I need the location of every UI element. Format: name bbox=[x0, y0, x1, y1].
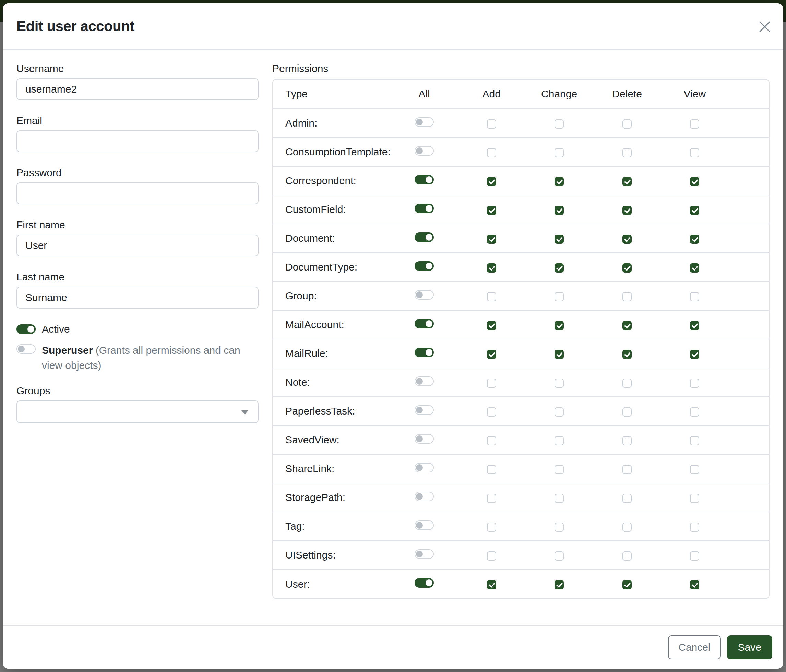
permission-view-checkbox[interactable] bbox=[690, 263, 699, 273]
permission-delete-checkbox[interactable] bbox=[623, 580, 632, 589]
permission-delete-checkbox[interactable] bbox=[623, 350, 632, 359]
permission-all-toggle[interactable] bbox=[415, 549, 434, 559]
permission-change-checkbox[interactable] bbox=[555, 206, 564, 215]
permission-change-checkbox[interactable] bbox=[555, 292, 564, 301]
permission-all-toggle[interactable] bbox=[415, 261, 434, 271]
permission-view-checkbox[interactable] bbox=[690, 378, 699, 388]
permission-add-checkbox[interactable] bbox=[487, 234, 496, 244]
save-button[interactable]: Save bbox=[727, 635, 772, 659]
permission-all-toggle[interactable] bbox=[415, 578, 434, 588]
permission-add-checkbox[interactable] bbox=[487, 551, 496, 561]
permission-delete-checkbox[interactable] bbox=[623, 551, 632, 561]
superuser-toggle[interactable] bbox=[16, 344, 36, 354]
permission-delete-checkbox[interactable] bbox=[623, 234, 632, 244]
permission-delete-checkbox[interactable] bbox=[623, 436, 632, 445]
permission-change-checkbox[interactable] bbox=[555, 436, 564, 445]
permission-delete-checkbox[interactable] bbox=[623, 494, 632, 503]
permission-add-checkbox[interactable] bbox=[487, 321, 496, 330]
permission-change-checkbox[interactable] bbox=[555, 551, 564, 561]
permission-add-checkbox[interactable] bbox=[487, 523, 496, 532]
permission-all-toggle[interactable] bbox=[415, 290, 434, 300]
permission-change-checkbox[interactable] bbox=[555, 378, 564, 388]
permission-delete-checkbox[interactable] bbox=[623, 523, 632, 532]
permission-type-label: MailAccount: bbox=[273, 310, 391, 339]
permission-add-checkbox[interactable] bbox=[487, 465, 496, 474]
permission-view-checkbox[interactable] bbox=[690, 119, 699, 129]
permission-add-checkbox[interactable] bbox=[487, 350, 496, 359]
permission-change-checkbox[interactable] bbox=[555, 148, 564, 157]
groups-select[interactable] bbox=[16, 400, 259, 423]
permission-delete-checkbox[interactable] bbox=[623, 407, 632, 416]
permission-all-toggle[interactable] bbox=[415, 434, 434, 444]
permission-delete-checkbox[interactable] bbox=[623, 263, 632, 273]
permission-all-toggle[interactable] bbox=[415, 175, 434, 184]
permission-add-checkbox[interactable] bbox=[487, 148, 496, 157]
password-input[interactable] bbox=[16, 182, 259, 204]
permission-all-toggle[interactable] bbox=[415, 405, 434, 415]
permission-add-checkbox[interactable] bbox=[487, 378, 496, 388]
permission-change-checkbox[interactable] bbox=[555, 263, 564, 273]
permission-add-checkbox[interactable] bbox=[487, 494, 496, 503]
permission-add-checkbox[interactable] bbox=[487, 292, 496, 301]
permission-all-toggle[interactable] bbox=[415, 146, 434, 155]
permission-delete-checkbox[interactable] bbox=[623, 119, 632, 129]
permission-view-checkbox[interactable] bbox=[690, 494, 699, 503]
permission-view-checkbox[interactable] bbox=[690, 407, 699, 416]
permission-all-toggle[interactable] bbox=[415, 232, 434, 242]
permission-view-checkbox[interactable] bbox=[690, 436, 699, 445]
first-name-input[interactable] bbox=[16, 234, 259, 256]
permission-add-checkbox[interactable] bbox=[487, 206, 496, 215]
permission-change-checkbox[interactable] bbox=[555, 465, 564, 474]
permission-change-checkbox[interactable] bbox=[555, 321, 564, 330]
permission-add-checkbox[interactable] bbox=[487, 177, 496, 186]
permission-view-checkbox[interactable] bbox=[690, 465, 699, 474]
permission-view-checkbox[interactable] bbox=[690, 234, 699, 244]
permission-delete-checkbox[interactable] bbox=[623, 321, 632, 330]
permission-change-checkbox[interactable] bbox=[555, 580, 564, 589]
permission-view-checkbox[interactable] bbox=[690, 321, 699, 330]
permission-change-checkbox[interactable] bbox=[555, 177, 564, 186]
permission-view-checkbox[interactable] bbox=[690, 350, 699, 359]
permission-delete-checkbox[interactable] bbox=[623, 177, 632, 186]
permission-view-checkbox[interactable] bbox=[690, 523, 699, 532]
email-input[interactable] bbox=[16, 130, 259, 152]
permission-add-checkbox[interactable] bbox=[487, 263, 496, 273]
permission-all-toggle[interactable] bbox=[415, 377, 434, 386]
permission-add-checkbox[interactable] bbox=[487, 436, 496, 445]
permission-view-checkbox[interactable] bbox=[690, 551, 699, 561]
permission-add-checkbox[interactable] bbox=[487, 407, 496, 416]
permission-change-checkbox[interactable] bbox=[555, 523, 564, 532]
active-toggle[interactable] bbox=[16, 324, 36, 334]
permission-all-toggle[interactable] bbox=[415, 463, 434, 473]
permission-delete-checkbox[interactable] bbox=[623, 206, 632, 215]
permission-all-toggle[interactable] bbox=[415, 491, 434, 501]
permission-all-toggle[interactable] bbox=[415, 319, 434, 328]
permission-change-checkbox[interactable] bbox=[555, 494, 564, 503]
permission-view-checkbox[interactable] bbox=[690, 206, 699, 215]
permission-view-checkbox[interactable] bbox=[690, 148, 699, 157]
permission-delete-checkbox[interactable] bbox=[623, 292, 632, 301]
permission-delete-checkbox[interactable] bbox=[623, 465, 632, 474]
permissions-column-header: Add bbox=[458, 80, 525, 109]
permission-change-checkbox[interactable] bbox=[555, 119, 564, 129]
permission-all-toggle[interactable] bbox=[415, 117, 434, 127]
user-form-column: Username Email Password First name Last … bbox=[16, 63, 259, 625]
permission-delete-checkbox[interactable] bbox=[623, 148, 632, 157]
permission-view-checkbox[interactable] bbox=[690, 580, 699, 589]
permission-add-checkbox[interactable] bbox=[487, 580, 496, 589]
permission-change-checkbox[interactable] bbox=[555, 407, 564, 416]
permission-change-checkbox[interactable] bbox=[555, 350, 564, 359]
permission-add-checkbox[interactable] bbox=[487, 119, 496, 129]
permission-view-checkbox[interactable] bbox=[690, 292, 699, 301]
permission-all-toggle[interactable] bbox=[415, 204, 434, 213]
close-button[interactable] bbox=[755, 17, 774, 36]
permission-all-toggle[interactable] bbox=[415, 348, 434, 357]
username-input[interactable] bbox=[16, 78, 259, 100]
permission-all-toggle[interactable] bbox=[415, 520, 434, 530]
cancel-button[interactable]: Cancel bbox=[668, 635, 720, 659]
permission-delete-checkbox[interactable] bbox=[623, 378, 632, 388]
permissions-table: TypeAllAddChangeDeleteView Admin:Consump… bbox=[273, 80, 769, 598]
permission-change-checkbox[interactable] bbox=[555, 234, 564, 244]
last-name-input[interactable] bbox=[16, 287, 259, 309]
permission-view-checkbox[interactable] bbox=[690, 177, 699, 186]
